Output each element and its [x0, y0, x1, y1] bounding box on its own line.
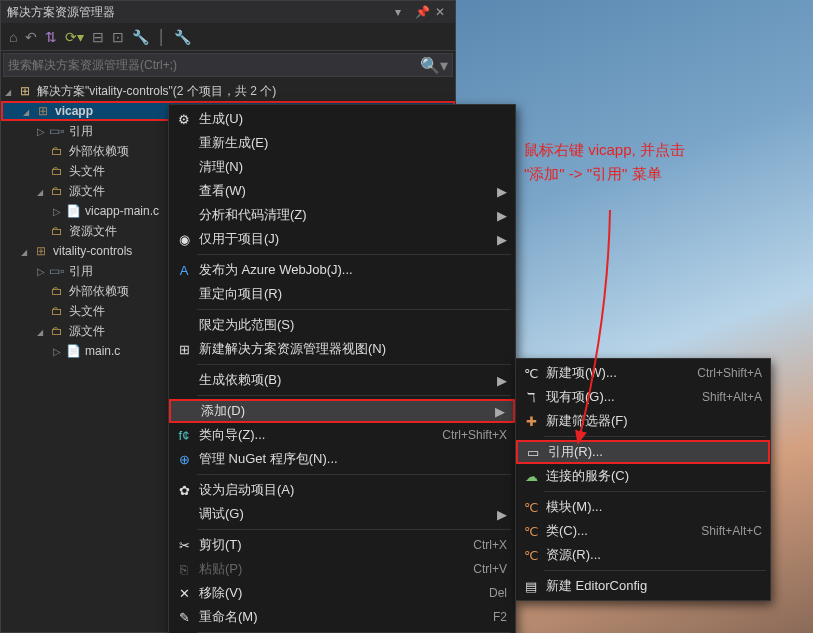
project-icon: ⊞ — [35, 103, 51, 119]
menu-item-label: 连接的服务(C) — [542, 467, 762, 485]
menu-item[interactable]: 分析和代码清理(Z)▶ — [169, 203, 515, 227]
menu-item[interactable]: 调试(G)▶ — [169, 502, 515, 526]
menu-item-icon: f¢ — [173, 428, 195, 443]
menu-item-label: 重新生成(E) — [195, 134, 507, 152]
menu-item-label: 粘贴(P) — [195, 560, 473, 578]
menu-item[interactable]: 添加(D)▶ — [169, 399, 515, 423]
menu-item-label: 新建筛选器(F) — [542, 412, 762, 430]
menu-item[interactable]: ✕移除(V)Del — [169, 581, 515, 605]
menu-separator — [197, 474, 511, 475]
menu-item-icon: ℃ — [520, 366, 542, 381]
menu-separator — [197, 395, 511, 396]
menu-item-label: 类向导(Z)... — [195, 426, 442, 444]
menu-item-icon: ☁ — [520, 469, 542, 484]
pin-icon[interactable]: 📌 — [415, 5, 429, 19]
menu-item[interactable]: ⚙生成(U) — [169, 107, 515, 131]
menu-item[interactable]: ▤新建 EditorConfig — [516, 574, 770, 598]
menu-item[interactable]: ⊞新建解决方案资源管理器视图(N) — [169, 337, 515, 361]
properties-icon[interactable]: 🔧 — [130, 27, 151, 47]
sync-icon[interactable]: ⇅ — [43, 27, 59, 47]
panel-titlebar: 解决方案资源管理器 ▾ 📌 ✕ — [1, 1, 455, 23]
menu-shortcut: Shift+Alt+A — [702, 390, 762, 404]
search-input[interactable] — [8, 58, 420, 72]
close-icon[interactable]: ✕ — [435, 5, 449, 19]
menu-separator — [197, 254, 511, 255]
menu-item[interactable]: 重定向项目(R) — [169, 282, 515, 306]
menu-item[interactable]: ℃类(C)...Shift+Alt+C — [516, 519, 770, 543]
menu-item-label: 剪切(T) — [195, 536, 473, 554]
search-box[interactable]: 🔍▾ — [3, 53, 453, 77]
search-icon[interactable]: 🔍▾ — [420, 56, 448, 75]
collapse-icon[interactable]: ⊟ — [90, 27, 106, 47]
folder-icon: 🗀 — [49, 143, 65, 159]
submenu-arrow-icon: ▶ — [495, 373, 507, 388]
menu-item-icon: ▭ — [522, 445, 544, 460]
menu-item[interactable]: ✎重命名(M)F2 — [169, 605, 515, 629]
menu-item[interactable]: A发布为 Azure WebJob(J)... — [169, 258, 515, 282]
menu-item[interactable]: f¢类向导(Z)...Ctrl+Shift+X — [169, 423, 515, 447]
submenu-arrow-icon: ▶ — [495, 232, 507, 247]
menu-shortcut: Ctrl+Shift+A — [697, 366, 762, 380]
menu-item-label: 新建解决方案资源管理器视图(N) — [195, 340, 507, 358]
menu-item-label: 添加(D) — [197, 402, 493, 420]
context-menu-main: ⚙生成(U)重新生成(E)清理(N)查看(W)▶分析和代码清理(Z)▶◉仅用于项… — [168, 104, 516, 633]
submenu-arrow-icon: ▶ — [493, 404, 505, 419]
menu-item[interactable]: ✚新建筛选器(F) — [516, 409, 770, 433]
menu-item[interactable]: 清理(N) — [169, 155, 515, 179]
annotation-text: 鼠标右键 vicapp, 并点击 "添加" -> "引用" 菜单 — [524, 138, 685, 186]
menu-item-icon: ℃ — [520, 524, 542, 539]
menu-item: ⎘粘贴(P)Ctrl+V — [169, 557, 515, 581]
submenu-arrow-icon: ▶ — [495, 184, 507, 199]
folder-icon: 🗀 — [49, 283, 65, 299]
menu-shortcut: Ctrl+V — [473, 562, 507, 576]
panel-toolbar: ⌂ ↶ ⇅ ⟳▾ ⊟ ⊡ 🔧 │ 🔧 — [1, 23, 455, 51]
menu-item[interactable]: 限定为此范围(S) — [169, 313, 515, 337]
menu-item[interactable]: ▭引用(R)... — [516, 440, 770, 464]
refresh-icon[interactable]: ⟳▾ — [63, 27, 86, 47]
context-menu-add: ℃新建项(W)...Ctrl+Shift+Aℸ现有项(G)...Shift+Al… — [515, 358, 771, 601]
menu-item[interactable]: ✿设为启动项目(A) — [169, 478, 515, 502]
menu-item-label: 调试(G) — [195, 505, 495, 523]
references-icon: ▭▫ — [49, 123, 65, 139]
menu-item-icon: ⎘ — [173, 562, 195, 577]
folder-icon: 🗀 — [49, 303, 65, 319]
solution-node[interactable]: ⊞ 解决方案"vitality-controls"(2 个项目，共 2 个) — [1, 81, 455, 101]
menu-separator — [197, 529, 511, 530]
dropdown-icon[interactable]: ▾ — [395, 5, 409, 19]
menu-item[interactable]: ⊕管理 NuGet 程序包(N)... — [169, 447, 515, 471]
menu-item-label: 生成依赖项(B) — [195, 371, 495, 389]
menu-item[interactable]: ◉仅用于项目(J)▶ — [169, 227, 515, 251]
menu-item-label: 移除(V) — [195, 584, 489, 602]
submenu-arrow-icon: ▶ — [495, 507, 507, 522]
wrench-icon[interactable]: 🔧 — [172, 27, 193, 47]
menu-separator — [544, 491, 766, 492]
menu-item-label: 现有项(G)... — [542, 388, 702, 406]
menu-shortcut: Ctrl+Shift+X — [442, 428, 507, 442]
menu-item-label: 查看(W) — [195, 182, 495, 200]
menu-item[interactable]: 重新生成(E) — [169, 131, 515, 155]
menu-item-icon: ⚙ — [173, 112, 195, 127]
project-icon: ⊞ — [33, 243, 49, 259]
menu-item[interactable]: ℃资源(R)... — [516, 543, 770, 567]
menu-item[interactable]: 查看(W)▶ — [169, 179, 515, 203]
menu-item-label: 重命名(M) — [195, 608, 493, 626]
submenu-arrow-icon: ▶ — [495, 208, 507, 223]
menu-item[interactable]: ☁连接的服务(C) — [516, 464, 770, 488]
menu-item[interactable]: 生成依赖项(B)▶ — [169, 368, 515, 392]
home-icon[interactable]: ⌂ — [7, 27, 19, 47]
showall-icon[interactable]: ⊡ — [110, 27, 126, 47]
menu-item[interactable]: ℸ现有项(G)...Shift+Alt+A — [516, 385, 770, 409]
menu-item-label: 分析和代码清理(Z) — [195, 206, 495, 224]
menu-item[interactable]: ℃新建项(W)...Ctrl+Shift+A — [516, 361, 770, 385]
back-icon[interactable]: ↶ — [23, 27, 39, 47]
menu-item-icon: ℃ — [520, 500, 542, 515]
menu-item[interactable]: ✂剪切(T)Ctrl+X — [169, 533, 515, 557]
folder-icon: 🗀 — [49, 223, 65, 239]
menu-item-label: 类(C)... — [542, 522, 701, 540]
menu-item-icon: ✕ — [173, 586, 195, 601]
menu-item-icon: ℃ — [520, 548, 542, 563]
menu-item-icon: ✚ — [520, 414, 542, 429]
menu-item-label: 仅用于项目(J) — [195, 230, 495, 248]
menu-item[interactable]: ℃模块(M)... — [516, 495, 770, 519]
menu-item-icon: ⊕ — [173, 452, 195, 467]
